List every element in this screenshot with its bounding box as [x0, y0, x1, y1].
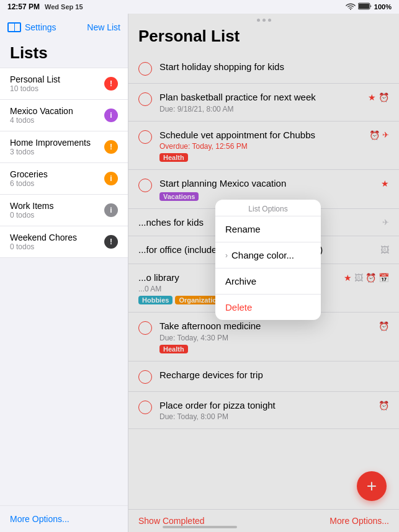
main-content: Personal List Start holiday shopping for… — [128, 14, 399, 532]
sidebar-item-groceries[interactable]: Groceries 6 todos i — [0, 163, 128, 195]
context-menu-title: List Options — [215, 200, 321, 216]
battery-icon — [358, 2, 372, 11]
sidebar-item-weekend-chores[interactable]: Weekend Chores 0 todos ! — [0, 226, 128, 258]
sidebar-item-badge: ! — [104, 235, 118, 249]
sidebar-list: Personal List 10 todos ! Mexico Vacation… — [0, 68, 128, 505]
status-bar: 12:57 PM Wed Sep 15 100% — [0, 0, 399, 14]
archive-label: Archive — [225, 276, 256, 286]
chevron-icon: › — [225, 251, 228, 260]
sidebar-more-options-button[interactable]: More Options... — [10, 514, 69, 524]
context-menu: List Options Rename › Change color... Ar… — [215, 200, 321, 320]
sidebar-item-count: 6 todos — [10, 179, 48, 188]
app-container: Settings New List Lists Personal List 10… — [0, 14, 399, 532]
sidebar: Settings New List Lists Personal List 10… — [0, 14, 128, 532]
sidebar-item-mexico-vacation[interactable]: Mexico Vacation 4 todos i — [0, 100, 128, 131]
sidebar-item-count: 3 todos — [10, 148, 91, 156]
status-date: Wed Sep 15 — [45, 3, 83, 11]
context-menu-delete[interactable]: Delete — [215, 295, 321, 320]
sidebar-item-badge: i — [104, 109, 118, 122]
sidebar-item-name: Work Items — [10, 201, 54, 211]
change-color-label: Change color... — [231, 250, 294, 260]
rename-label: Rename — [225, 224, 261, 234]
svg-rect-2 — [359, 4, 369, 9]
sidebar-item-work-items[interactable]: Work Items 0 todos i — [0, 195, 128, 226]
sidebar-item-name: Personal List — [10, 74, 60, 84]
grid-icon[interactable] — [7, 22, 21, 32]
sidebar-item-name: Groceries — [10, 169, 48, 179]
context-menu-rename[interactable]: Rename — [215, 216, 321, 242]
sidebar-item-count: 0 todos — [10, 211, 54, 219]
sidebar-item-count: 10 todos — [10, 84, 60, 93]
sidebar-header: Settings New List — [0, 14, 128, 41]
sidebar-header-left: Settings — [7, 22, 56, 32]
delete-label: Delete — [225, 302, 252, 313]
battery-percent: 100% — [374, 3, 392, 11]
sidebar-item-badge: i — [104, 203, 118, 217]
svg-point-0 — [350, 9, 351, 10]
sidebar-item-badge: ! — [104, 140, 118, 154]
new-list-button[interactable]: New List — [87, 22, 120, 32]
context-menu-change-color[interactable]: › Change color... — [215, 242, 321, 268]
settings-button[interactable]: Settings — [25, 22, 56, 32]
status-time: 12:57 PM — [7, 2, 40, 11]
context-menu-archive[interactable]: Archive — [215, 268, 321, 295]
sidebar-footer: More Options... — [0, 505, 128, 532]
sidebar-item-name: Mexico Vacation — [10, 106, 73, 116]
sidebar-title: Lists — [0, 41, 128, 68]
sidebar-item-badge: ! — [104, 77, 118, 91]
sidebar-item-name: Home Improvements — [10, 138, 91, 148]
sidebar-item-count: 4 todos — [10, 116, 73, 125]
sidebar-item-personal-list[interactable]: Personal List 10 todos ! — [0, 68, 128, 100]
sidebar-item-home-improvements[interactable]: Home Improvements 3 todos ! — [0, 131, 128, 163]
sidebar-item-name: Weekend Chores — [10, 233, 77, 242]
sidebar-item-count: 0 todos — [10, 242, 77, 251]
wifi-icon — [346, 2, 356, 11]
sidebar-item-badge: i — [104, 172, 118, 185]
